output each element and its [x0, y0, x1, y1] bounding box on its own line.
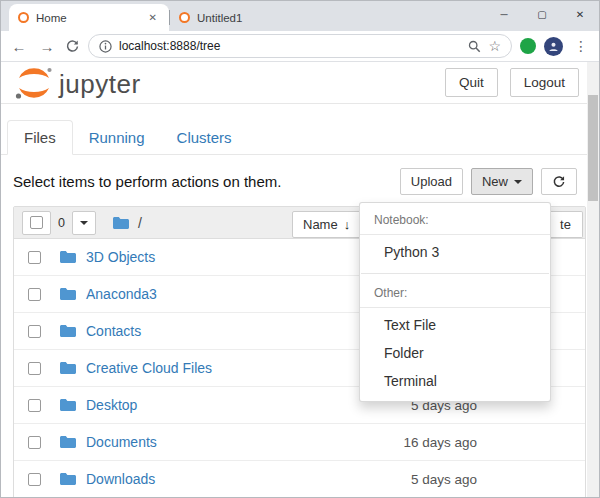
tab-title: Home — [36, 12, 139, 24]
action-buttons: Upload New — [400, 168, 577, 195]
refresh-icon — [552, 175, 566, 189]
bookmark-star-icon[interactable]: ☆ — [488, 39, 501, 53]
auth-buttons: Quit Logout — [445, 68, 579, 97]
window-controls: ─ ▢ ✕ — [485, 1, 599, 27]
jupyter-header: jupyter Quit Logout — [1, 62, 587, 104]
back-icon[interactable]: ← — [9, 39, 29, 54]
select-hint-text: Select items to perform actions on them. — [13, 173, 281, 190]
file-modified: 16 days ago — [403, 435, 477, 450]
menu-item-python3[interactable]: Python 3 — [360, 238, 550, 266]
jupyter-favicon-icon — [18, 12, 29, 23]
browser-tab-home[interactable]: Home ✕ — [9, 4, 169, 31]
minimize-button[interactable]: ─ — [485, 1, 523, 27]
file-name-link[interactable]: Desktop — [86, 397, 137, 413]
caret-down-icon — [80, 221, 88, 225]
row-checkbox[interactable] — [28, 325, 41, 338]
file-row: Documents 16 days ago — [14, 424, 585, 461]
folder-icon — [59, 398, 77, 412]
browser-menu-icon[interactable]: ⋮ — [571, 38, 591, 54]
sort-label: Name — [303, 217, 338, 232]
menu-item-text-file[interactable]: Text File — [360, 311, 550, 339]
new-menu-dropdown: Notebook: Python 3 Other: Text File Fold… — [359, 202, 551, 402]
file-row: Downloads 5 days ago — [14, 461, 585, 497]
new-button-label: New — [482, 174, 508, 189]
tab-close-icon[interactable]: ✕ — [146, 11, 160, 24]
folder-icon — [112, 216, 130, 230]
file-name-link[interactable]: Documents — [86, 434, 157, 450]
clipped-header-button[interactable]: te — [549, 211, 583, 238]
quit-button[interactable]: Quit — [445, 68, 498, 97]
jupyter-page: jupyter Quit Logout Files Running Cluste… — [1, 62, 599, 497]
new-dropdown-button[interactable]: New — [471, 168, 533, 195]
row-checkbox[interactable] — [28, 362, 41, 375]
sort-by-name-button[interactable]: Name ↓ — [292, 211, 361, 238]
browser-toolbar: ← → localhost:8888/tree ☆ ⋮ — [1, 31, 599, 62]
file-name-link[interactable]: Contacts — [86, 323, 141, 339]
select-dropdown-toggle[interactable] — [72, 211, 96, 235]
reload-icon[interactable] — [65, 39, 80, 54]
logout-button[interactable]: Logout — [510, 68, 579, 97]
menu-item-terminal[interactable]: Terminal — [360, 367, 550, 395]
caret-down-icon — [514, 180, 522, 184]
folder-icon — [59, 472, 77, 486]
row-checkbox[interactable] — [28, 399, 41, 412]
extension-icon[interactable] — [520, 38, 536, 54]
address-bar[interactable]: localhost:8888/tree ☆ — [88, 34, 512, 58]
tab-title: Untitled1 — [197, 12, 321, 24]
row-checkbox[interactable] — [28, 251, 41, 264]
jupyter-logo-icon — [13, 65, 55, 101]
zoom-icon[interactable] — [468, 40, 481, 53]
site-info-icon[interactable] — [99, 40, 112, 53]
jupyter-favicon-icon — [179, 12, 190, 23]
file-name-link[interactable]: Creative Cloud Files — [86, 360, 212, 376]
row-checkbox[interactable] — [28, 288, 41, 301]
jupyter-logo-text: jupyter — [59, 69, 141, 100]
forward-icon[interactable]: → — [37, 39, 57, 54]
browser-tab-untitled1[interactable]: Untitled1 — [170, 4, 330, 31]
folder-icon — [59, 435, 77, 449]
select-all-checkbox[interactable] — [30, 216, 43, 229]
breadcrumb-root-link[interactable]: / — [138, 215, 142, 231]
browser-tabstrip: Home ✕ Untitled1 ─ ▢ ✕ — [1, 1, 599, 31]
select-all-checkbox-button[interactable] — [22, 211, 51, 235]
jupyter-logo: jupyter — [13, 65, 141, 101]
tab-running[interactable]: Running — [73, 121, 161, 154]
refresh-list-button[interactable] — [541, 168, 577, 195]
selected-count: 0 — [58, 216, 65, 230]
folder-icon — [59, 324, 77, 338]
upload-button[interactable]: Upload — [400, 168, 463, 195]
menu-header-notebook: Notebook: — [360, 208, 550, 235]
file-name-link[interactable]: 3D Objects — [86, 249, 155, 265]
row-checkbox[interactable] — [28, 473, 41, 486]
folder-icon — [59, 250, 77, 264]
sort-descending-arrow-icon: ↓ — [344, 217, 351, 232]
page-scrollbar[interactable] — [587, 62, 599, 497]
folder-icon — [59, 361, 77, 375]
file-name-link[interactable]: Anaconda3 — [86, 286, 157, 302]
folder-icon — [59, 287, 77, 301]
url-text[interactable]: localhost:8888/tree — [119, 39, 220, 53]
action-row: Select items to perform actions on them.… — [1, 155, 587, 206]
row-checkbox[interactable] — [28, 436, 41, 449]
maximize-button[interactable]: ▢ — [523, 1, 561, 27]
jupyter-tabs: Files Running Clusters — [1, 120, 587, 155]
menu-item-folder[interactable]: Folder — [360, 339, 550, 367]
menu-header-other: Other: — [360, 281, 550, 308]
file-modified: 5 days ago — [411, 472, 477, 487]
tab-files[interactable]: Files — [7, 120, 73, 155]
file-name-link[interactable]: Downloads — [86, 471, 155, 487]
breadcrumb: / — [112, 215, 142, 231]
browser-window: Home ✕ Untitled1 ─ ▢ ✕ ← → localhost:888… — [0, 0, 600, 498]
profile-avatar[interactable] — [544, 37, 563, 56]
scrollbar-thumb[interactable] — [588, 95, 598, 201]
close-button[interactable]: ✕ — [561, 1, 599, 27]
tab-clusters[interactable]: Clusters — [161, 121, 248, 154]
menu-divider — [361, 273, 549, 274]
